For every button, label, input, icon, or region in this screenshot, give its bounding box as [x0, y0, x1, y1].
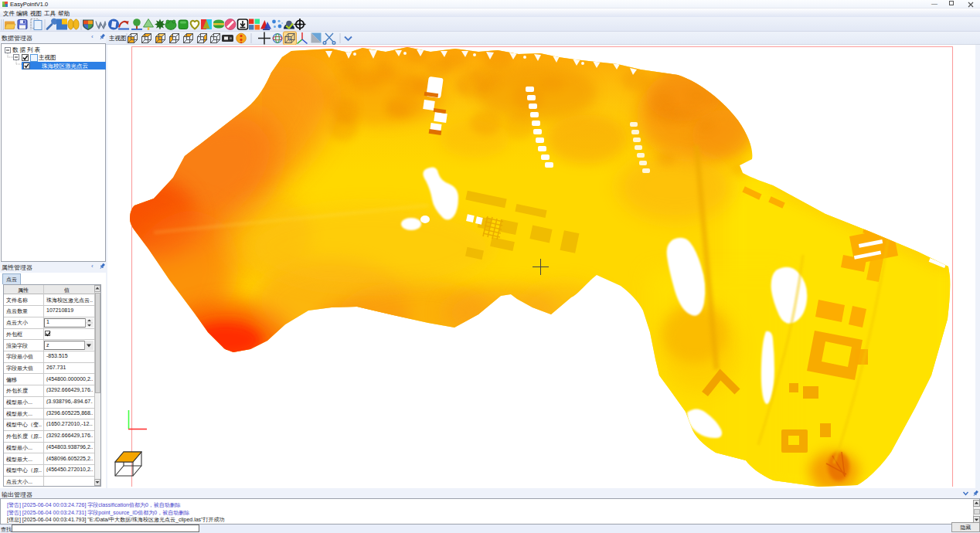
svg-text:?: ?: [288, 36, 291, 43]
